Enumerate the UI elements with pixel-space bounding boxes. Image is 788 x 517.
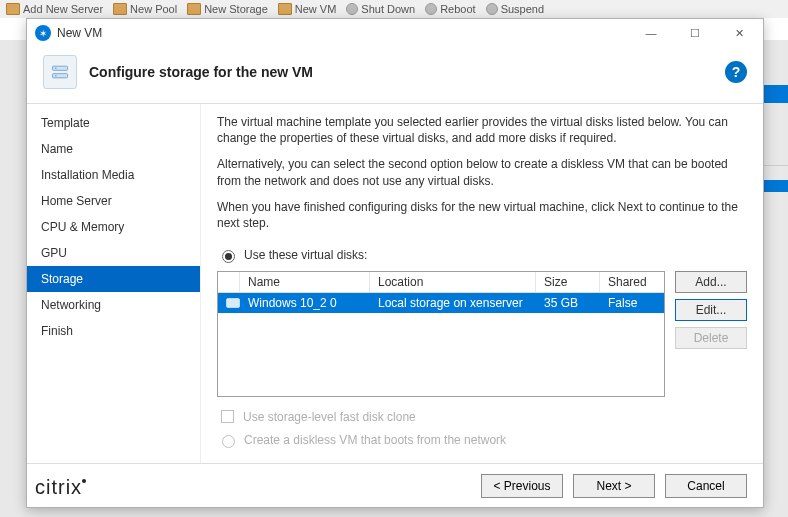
svg-point-3 bbox=[55, 75, 57, 77]
col-name[interactable]: Name bbox=[240, 272, 370, 292]
option-diskless: Create a diskless VM that boots from the… bbox=[217, 432, 747, 448]
disk-icon bbox=[226, 298, 240, 308]
delete-disk-button: Delete bbox=[675, 327, 747, 349]
minimize-button[interactable]: — bbox=[629, 19, 673, 47]
cell-location: Local storage on xenserver bbox=[370, 293, 536, 313]
wizard-steps: Template Name Installation Media Home Se… bbox=[27, 104, 201, 463]
step-installation-media[interactable]: Installation Media bbox=[27, 162, 200, 188]
svg-point-2 bbox=[55, 67, 57, 69]
toolbar-new-vm[interactable]: New VM bbox=[278, 3, 337, 15]
step-home-server[interactable]: Home Server bbox=[27, 188, 200, 214]
cell-size: 35 GB bbox=[536, 293, 600, 313]
intro-paragraph-2: Alternatively, you can select the second… bbox=[217, 156, 747, 188]
brand-logo: citrix bbox=[35, 476, 86, 499]
radio-diskless-label: Create a diskless VM that boots from the… bbox=[244, 433, 506, 447]
cell-shared: False bbox=[600, 293, 664, 313]
step-template[interactable]: Template bbox=[27, 110, 200, 136]
step-gpu[interactable]: GPU bbox=[27, 240, 200, 266]
toolbar-suspend[interactable]: Suspend bbox=[486, 3, 544, 15]
page-title: Configure storage for the new VM bbox=[89, 64, 313, 80]
previous-button[interactable]: < Previous bbox=[481, 474, 563, 498]
disks-table[interactable]: Name Location Size Shared Windows 10_2 0… bbox=[217, 271, 665, 397]
svg-rect-0 bbox=[53, 66, 68, 70]
add-disk-button[interactable]: Add... bbox=[675, 271, 747, 293]
cancel-button[interactable]: Cancel bbox=[665, 474, 747, 498]
step-name[interactable]: Name bbox=[27, 136, 200, 162]
storage-icon bbox=[43, 55, 77, 89]
cell-name: Windows 10_2 0 bbox=[240, 293, 370, 313]
option-fast-clone: Use storage-level fast disk clone bbox=[217, 407, 747, 426]
step-cpu-memory[interactable]: CPU & Memory bbox=[27, 214, 200, 240]
radio-use-disks[interactable] bbox=[222, 250, 235, 263]
edit-disk-button[interactable]: Edit... bbox=[675, 299, 747, 321]
window-title: New VM bbox=[57, 26, 102, 40]
app-icon: ✶ bbox=[35, 25, 51, 41]
close-button[interactable]: ✕ bbox=[717, 19, 761, 47]
col-shared[interactable]: Shared bbox=[600, 272, 664, 292]
checkbox-fast-clone bbox=[221, 410, 234, 423]
col-location[interactable]: Location bbox=[370, 272, 536, 292]
wizard-header: Configure storage for the new VM ? bbox=[27, 47, 763, 104]
fast-clone-label: Use storage-level fast disk clone bbox=[243, 410, 416, 424]
radio-diskless bbox=[222, 435, 235, 448]
intro-paragraph-1: The virtual machine template you selecte… bbox=[217, 114, 747, 146]
toolbar-new-pool[interactable]: New Pool bbox=[113, 3, 177, 15]
next-button[interactable]: Next > bbox=[573, 474, 655, 498]
toolbar-new-storage[interactable]: New Storage bbox=[187, 3, 268, 15]
titlebar[interactable]: ✶ New VM — ☐ ✕ bbox=[27, 19, 763, 47]
step-networking[interactable]: Networking bbox=[27, 292, 200, 318]
new-vm-dialog: ✶ New VM — ☐ ✕ Configure storage for the… bbox=[26, 18, 764, 508]
option-use-disks[interactable]: Use these virtual disks: bbox=[217, 247, 747, 263]
toolbar-shutdown[interactable]: Shut Down bbox=[346, 3, 415, 15]
radio-use-disks-label: Use these virtual disks: bbox=[244, 248, 367, 262]
step-finish[interactable]: Finish bbox=[27, 318, 200, 344]
wizard-content: The virtual machine template you selecte… bbox=[201, 104, 763, 463]
app-toolbar: Add New Server New Pool New Storage New … bbox=[0, 0, 788, 18]
toolbar-add-server[interactable]: Add New Server bbox=[6, 3, 103, 15]
intro-paragraph-3: When you have finished configuring disks… bbox=[217, 199, 747, 231]
svg-rect-1 bbox=[53, 74, 68, 78]
step-storage[interactable]: Storage bbox=[27, 266, 200, 292]
col-size[interactable]: Size bbox=[536, 272, 600, 292]
table-header: Name Location Size Shared bbox=[218, 272, 664, 293]
toolbar-reboot[interactable]: Reboot bbox=[425, 3, 475, 15]
wizard-footer: < Previous Next > Cancel bbox=[27, 463, 763, 507]
maximize-button[interactable]: ☐ bbox=[673, 19, 717, 47]
table-row[interactable]: Windows 10_2 0 Local storage on xenserve… bbox=[218, 293, 664, 313]
col-icon bbox=[218, 272, 240, 292]
help-button[interactable]: ? bbox=[725, 61, 747, 83]
